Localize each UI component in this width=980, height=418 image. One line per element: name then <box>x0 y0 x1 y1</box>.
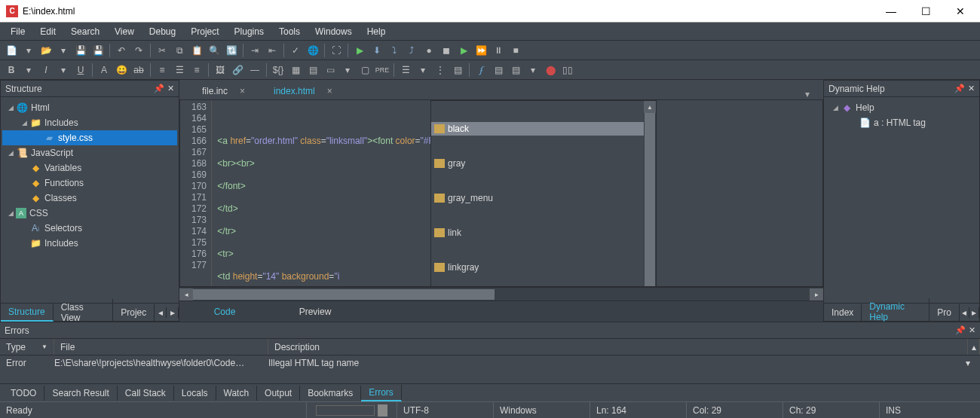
pin-icon[interactable]: 📌 <box>955 325 966 335</box>
tree-classes[interactable]: ◆Classes <box>2 191 177 206</box>
form-icon[interactable]: ▭ <box>322 62 338 78</box>
tree-includes2[interactable]: 📁Includes <box>2 236 177 251</box>
live-icon[interactable]: ⬤ <box>542 62 559 78</box>
frames-icon[interactable]: ▦ <box>287 62 304 78</box>
errors-scroll-up-icon[interactable]: ▴ <box>968 339 980 355</box>
status-eol[interactable]: Windows <box>493 402 590 418</box>
close-panel-icon[interactable]: ✕ <box>969 325 975 335</box>
btab-todo[interactable]: TODO <box>3 386 44 401</box>
tab-scroll-left[interactable]: ◂ <box>155 307 167 318</box>
input-icon[interactable]: ▢ <box>357 62 373 78</box>
flag-icon[interactable]: ▾ <box>525 62 541 78</box>
ac-scroll-up-icon[interactable]: ▲ <box>644 101 656 113</box>
status-ins[interactable]: INS <box>879 402 980 418</box>
event-icon[interactable]: ▤ <box>490 62 507 78</box>
stop-icon[interactable]: ◼ <box>438 42 455 59</box>
tab-structure[interactable]: Structure <box>1 304 54 322</box>
close-panel-icon[interactable]: ✕ <box>167 84 174 93</box>
new-dropdown-icon[interactable]: ▾ <box>20 42 37 59</box>
tree-css[interactable]: ◢ACSS <box>2 206 177 221</box>
open-dropdown-icon[interactable]: ▾ <box>55 42 72 59</box>
ac-item-black[interactable]: black <box>431 122 656 136</box>
col-file[interactable]: File <box>54 339 268 355</box>
ol-icon[interactable]: ⋮ <box>432 62 449 78</box>
tab-scroll-right[interactable]: ▸ <box>969 307 979 318</box>
maximize-button[interactable]: ☐ <box>915 4 936 19</box>
outdent-icon[interactable]: ⇤ <box>264 42 280 59</box>
open-folder-icon[interactable]: 📂 <box>38 42 54 59</box>
close-tab-icon[interactable]: × <box>240 86 245 96</box>
cut-icon[interactable]: ✂ <box>154 42 170 59</box>
btab-searchresult[interactable]: Search Result <box>44 386 117 401</box>
tab-classview[interactable]: Class View <box>54 299 114 322</box>
tab-scroll-left[interactable]: ◂ <box>960 307 969 318</box>
step-over-icon[interactable]: ⤵ <box>386 42 403 59</box>
structure-tree[interactable]: ◢🌐Html ◢📁Includes ▰style.css ◢📜JavaScrip… <box>1 97 179 303</box>
ac-item-graymenu[interactable]: gray_menu <box>431 191 656 205</box>
close-button[interactable]: ✕ <box>950 4 971 19</box>
menu-search[interactable]: Search <box>63 24 107 39</box>
underline-icon[interactable]: U <box>72 62 89 78</box>
btab-locals[interactable]: Locals <box>174 386 216 401</box>
tree-javascript[interactable]: ◢📜JavaScript <box>2 145 177 160</box>
fullscreen-icon[interactable]: ⛶ <box>328 42 345 59</box>
tree-functions[interactable]: ◆Functions <box>2 175 177 191</box>
italic-dropdown-icon[interactable]: ▾ <box>55 62 72 78</box>
redo-icon[interactable]: ↷ <box>130 42 147 59</box>
step-out-icon[interactable]: ⤴ <box>403 42 420 59</box>
align-left-icon[interactable]: ≡ <box>154 62 170 78</box>
ac-item-link[interactable]: link <box>431 226 656 240</box>
autocomplete-popup[interactable]: black gray gray_menu link linkgray links… <box>430 100 657 286</box>
indent-icon[interactable]: ⇥ <box>247 42 263 59</box>
tab-index[interactable]: Index <box>824 304 862 321</box>
continue-icon[interactable]: ▶ <box>455 42 472 59</box>
view-tab-preview[interactable]: Preview <box>270 301 360 322</box>
new-file-icon[interactable]: 📄 <box>3 42 20 59</box>
link-icon[interactable]: 🔗 <box>229 62 246 78</box>
align-center-icon[interactable]: ☰ <box>171 62 188 78</box>
btab-bookmarks[interactable]: Bookmarks <box>300 386 361 401</box>
paste-icon[interactable]: 📋 <box>188 42 205 59</box>
form-dropdown-icon[interactable]: ▾ <box>339 62 356 78</box>
tree-html[interactable]: ◢🌐Html <box>2 100 177 115</box>
find-icon[interactable]: 🔍 <box>206 42 222 59</box>
menu-debug[interactable]: Debug <box>142 24 183 39</box>
debug-stop-icon[interactable]: ■ <box>507 42 524 59</box>
run-icon[interactable]: ▶ <box>351 42 368 59</box>
help-item-a[interactable]: 📄a : HTML tag <box>827 115 976 130</box>
menu-edit[interactable]: Edit <box>32 24 63 39</box>
tab-dynamichelp[interactable]: Dynamic Help <box>862 298 929 322</box>
tab-scroll-right[interactable]: ▸ <box>167 307 179 318</box>
tab-fileinc[interactable]: file.inc× <box>188 83 259 99</box>
code-area[interactable]: <a href="order.html" class="linksmall"><… <box>212 100 822 286</box>
btab-output[interactable]: Output <box>257 386 300 401</box>
pin-icon[interactable]: 📌 <box>954 84 965 93</box>
hscroll-thumb[interactable] <box>193 289 495 300</box>
tree-includes[interactable]: ◢📁Includes <box>2 115 177 130</box>
pin-icon[interactable]: 📌 <box>154 84 164 93</box>
browser-icon[interactable]: 🌐 <box>305 42 321 59</box>
list-icon[interactable]: ☰ <box>397 62 414 78</box>
variable-icon[interactable]: ${} <box>270 62 286 78</box>
ul-icon[interactable]: ▤ <box>449 62 466 78</box>
tree-stylecss[interactable]: ▰style.css <box>2 130 177 145</box>
minimize-button[interactable]: — <box>880 4 902 19</box>
menu-project[interactable]: Project <box>183 24 226 39</box>
status-encoding[interactable]: UTF-8 <box>397 402 493 418</box>
col-type[interactable]: Type ▼ <box>0 339 54 355</box>
breakpoint-icon[interactable]: ● <box>421 42 437 59</box>
close-tab-icon[interactable]: × <box>327 86 332 96</box>
tab-pro[interactable]: Pro <box>929 304 960 321</box>
view-tab-code[interactable]: Code <box>179 301 270 322</box>
replace-icon[interactable]: 🔃 <box>223 42 240 59</box>
save-all-icon[interactable]: 💾 <box>90 42 106 59</box>
undo-icon[interactable]: ↶ <box>113 42 130 59</box>
ac-scroll-thumb[interactable] <box>645 113 655 286</box>
pause-icon[interactable]: ⏸ <box>490 42 507 59</box>
hr-icon[interactable]: — <box>247 62 263 78</box>
list-dropdown-icon[interactable]: ▾ <box>415 62 431 78</box>
tree-selectors[interactable]: AᵢSelectors <box>2 221 177 236</box>
font-icon[interactable]: A <box>96 62 112 78</box>
ac-item-linkgray[interactable]: linkgray <box>431 261 656 274</box>
hscroll-left-icon[interactable]: ◂ <box>179 288 193 301</box>
